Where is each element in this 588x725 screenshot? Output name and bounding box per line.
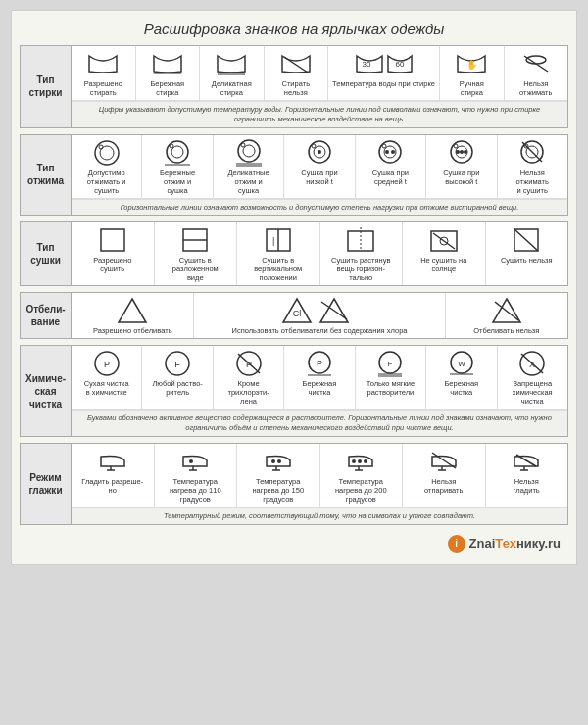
svg-point-34 bbox=[464, 150, 467, 154]
icon-sq-no: Сушить нельзя bbox=[486, 222, 568, 285]
ir-ok-label: Гладить разреше-но bbox=[81, 477, 143, 495]
cc-any-icon: F bbox=[160, 350, 195, 377]
ir-150-icon bbox=[261, 448, 296, 475]
icon-ir-no: Нельзягладить bbox=[486, 444, 568, 507]
icon-bl-nochlorine: Cl Использовать отбеливатели без содержа… bbox=[194, 293, 445, 338]
svg-point-92 bbox=[364, 459, 368, 463]
section-content-glazhka: Гладить разреше-но Температуран bbox=[72, 444, 567, 524]
svg-text:F: F bbox=[174, 360, 180, 369]
bl-ok-label: Разрешено отбеливать bbox=[93, 326, 172, 335]
svg-marker-52 bbox=[119, 299, 146, 322]
bl-nochlorine-label: Использовать отбеливатели без содержания… bbox=[231, 326, 407, 335]
dry-gentle-icon bbox=[160, 139, 195, 167]
sq-nosun-icon bbox=[426, 226, 462, 254]
icon-ir-ok: Гладить разреше-но bbox=[72, 444, 155, 507]
icon-dry-verygentle: Деликатныеотжим исушка bbox=[214, 135, 284, 198]
svg-point-13 bbox=[170, 144, 173, 148]
him-icons-row: P Сухая чисткав химчистке F bbox=[72, 346, 567, 410]
otzhim-icons-row: Допустимоотжимать исушить Береж bbox=[72, 135, 567, 199]
stirka-icons-row: Разрешеностирать Бережнаястирка bbox=[72, 46, 567, 101]
icon-bl-no: Отбеливать нельзя bbox=[446, 293, 567, 338]
sq-vert-label: Сушить ввертикальномположении bbox=[254, 256, 302, 282]
ir-ok-icon bbox=[95, 448, 130, 475]
dry-high-label: Сушка привысокой t bbox=[443, 169, 479, 186]
icon-wash-no: Стиратьнельзя bbox=[265, 46, 329, 100]
icon-cc-gentle: P Бережнаячистка bbox=[284, 346, 355, 409]
wash-temp-label: Температура воды при стирке bbox=[332, 79, 435, 88]
wash-notwring-label: Нельзяотжимать bbox=[519, 79, 552, 97]
cc-gentle-label: Бережнаячистка bbox=[303, 379, 337, 397]
sq-vert-icon: | bbox=[261, 226, 296, 254]
section-glazhka: Режимглажки Гладить разреше-но bbox=[20, 443, 568, 525]
dry-ok-label: Допустимоотжимать исушить bbox=[87, 169, 126, 195]
section-otbel: Отбели-вание Разрешено отбеливать bbox=[20, 292, 568, 339]
page-title: Расшифровка значков на ярлычках одежды bbox=[20, 21, 568, 37]
section-sushka: Типсушки Разрешеносушить bbox=[20, 221, 568, 286]
dry-verygentle-icon bbox=[231, 139, 267, 167]
svg-point-90 bbox=[352, 459, 356, 463]
ir-110-icon bbox=[177, 448, 213, 475]
bl-ok-icon bbox=[115, 297, 150, 324]
cc-any-label: Любой раство-ритель bbox=[152, 379, 202, 397]
bl-nochlorine-icon: Cl bbox=[302, 297, 337, 324]
svg-text:P: P bbox=[317, 359, 322, 368]
svg-point-87 bbox=[277, 459, 281, 463]
svg-point-27 bbox=[385, 150, 389, 154]
svg-text:60: 60 bbox=[395, 60, 404, 69]
svg-point-28 bbox=[391, 150, 395, 154]
wash-temp-icon: 30 60 bbox=[367, 50, 402, 77]
ir-110-label: Температуранагрева до 110градусов bbox=[170, 477, 221, 504]
sq-nosun-label: Не сушить насолнце bbox=[420, 256, 466, 273]
stirka-note: Цифры указывают допустимую температуру в… bbox=[72, 101, 567, 127]
icon-ir-nosteam: Нельзяотпаривать bbox=[403, 444, 486, 507]
section-otzhim: Типотжима Допустимоотжимать исушить bbox=[20, 134, 568, 217]
dry-med-icon bbox=[372, 139, 408, 167]
dry-low-label: Сушка принизкой t bbox=[301, 169, 337, 186]
ir-150-label: Температуранагрева до 150градусов bbox=[252, 477, 304, 504]
main-card: Расшифровка значков на ярлычках одежды Т… bbox=[11, 10, 577, 565]
wash-gentle-label: Бережнаястирка bbox=[150, 79, 184, 97]
svg-point-12 bbox=[172, 146, 183, 158]
svg-point-86 bbox=[271, 459, 275, 463]
svg-point-17 bbox=[241, 143, 245, 147]
icon-sq-horiz: Сушить вразложенномвиде bbox=[155, 222, 238, 285]
cc-ok-label: Сухая чисткав химчистке bbox=[84, 379, 129, 397]
sq-no-label: Сушить нельзя bbox=[501, 256, 553, 265]
ir-no-icon bbox=[509, 448, 544, 475]
dry-no-icon bbox=[514, 139, 550, 167]
icon-dry-high: Сушка привысокой t bbox=[426, 135, 497, 198]
section-label-otzhim: Типотжима bbox=[21, 135, 72, 216]
dry-ok-icon bbox=[89, 139, 124, 167]
cc-ok-icon: P bbox=[89, 350, 124, 377]
svg-line-58 bbox=[495, 302, 518, 320]
bl-no-icon bbox=[489, 297, 524, 324]
wash-verygentle-label: Деликатнаястирка bbox=[212, 79, 252, 97]
icon-dry-low: Сушка принизкой t bbox=[284, 135, 355, 198]
wash-ok-icon bbox=[85, 50, 121, 77]
wash-no-icon bbox=[278, 50, 314, 77]
sq-horiz-label: Сушить вразложенномвиде bbox=[172, 256, 219, 282]
cc-soft-icon: F bbox=[372, 350, 408, 377]
icon-sq-nosun: Не сушить насолнце bbox=[403, 222, 486, 285]
dry-high-icon bbox=[444, 139, 479, 167]
icon-dry-med: Сушка присредней t bbox=[356, 135, 426, 198]
icon-sq-hang: Сушить растянуввещь горизон-тально bbox=[320, 222, 404, 285]
otbel-icons-row: Разрешено отбеливать Cl Использо bbox=[72, 293, 567, 338]
icon-dry-no: Нельзяотжиматьи сушить bbox=[498, 135, 567, 198]
section-label-otbel: Отбели-вание bbox=[21, 293, 72, 338]
ir-nosteam-icon bbox=[426, 448, 462, 475]
watermark-text: ZnaiТехнику.ru bbox=[469, 536, 561, 551]
wash-ok-label: Разрешеностирать bbox=[84, 79, 122, 97]
sushka-icons-row: Разрешеносушить Сушить вразложенномвиде bbox=[72, 222, 567, 285]
ir-nosteam-label: Нельзяотпаривать bbox=[424, 477, 463, 495]
sq-ok-icon bbox=[95, 226, 130, 254]
watermark: i ZnaiТехнику.ru bbox=[20, 531, 568, 555]
ir-no-label: Нельзягладить bbox=[514, 477, 540, 495]
icon-dry-gentle: Бережныеотжим исушка bbox=[142, 135, 213, 198]
dry-gentle-label: Бережныеотжим исушка bbox=[160, 169, 195, 195]
svg-point-31 bbox=[454, 144, 458, 148]
glazhka-note: Температурный режим, соответствующий том… bbox=[72, 508, 567, 524]
section-content-otzhim: Допустимоотжимать исушить Береж bbox=[72, 135, 567, 216]
svg-line-38 bbox=[522, 142, 542, 162]
svg-point-23 bbox=[318, 150, 321, 154]
